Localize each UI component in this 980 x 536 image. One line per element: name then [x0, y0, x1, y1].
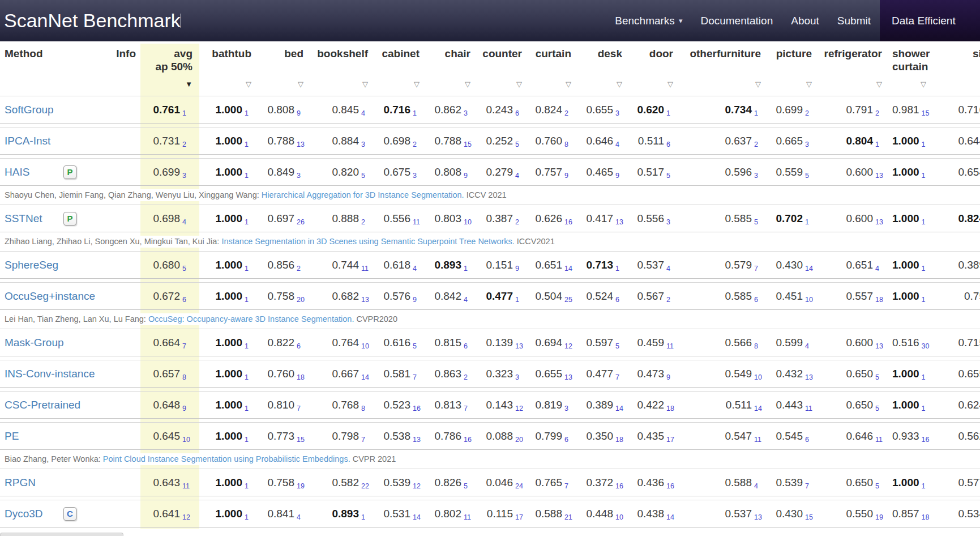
method-cell: SphereSeg: [0, 251, 61, 279]
paper-link[interactable]: Hierarchical Aggregation for 3D Instance…: [262, 190, 464, 199]
column-header-cabinet[interactable]: cabinet▽: [378, 45, 430, 92]
sortable-icon[interactable]: ▽: [246, 80, 251, 88]
sortable-icon[interactable]: ▽: [667, 80, 673, 88]
nav-item-submit[interactable]: Submit: [828, 0, 880, 41]
score-value: 1.000: [892, 166, 919, 178]
paper-link[interactable]: OccuSeg: Occupancy-aware 3D Instance Seg…: [148, 314, 354, 324]
table-row-dyco3d: Dyco3DC0.641121.00010.84140.89310.531140…: [0, 500, 980, 528]
score-rank: 16: [919, 436, 933, 444]
sortable-icon[interactable]: ▽: [921, 80, 926, 88]
score-rank: 7: [180, 342, 194, 350]
score-rank: 1: [242, 405, 256, 412]
sortable-icon[interactable]: ▽: [566, 80, 571, 88]
score-cell-curtain: 0.62616: [532, 205, 581, 232]
column-header-curtain[interactable]: curtain▽: [532, 45, 581, 92]
column-header-shower_curtain[interactable]: showercurtain▽: [892, 45, 936, 92]
score-value: 0.432: [776, 368, 803, 380]
column-label: desk: [581, 47, 622, 60]
column-header-bed[interactable]: bed▽: [262, 45, 314, 92]
method-link[interactable]: CSC-Pretrained: [5, 399, 80, 411]
sortable-icon[interactable]: ▽: [617, 80, 622, 88]
method-link[interactable]: Dyco3D: [5, 508, 43, 520]
score-rank: 12: [180, 513, 194, 521]
table-row-pe: PE0.645101.00010.773150.79870.538130.786…: [0, 422, 980, 450]
sortable-icon[interactable]: ▽: [755, 80, 761, 88]
score-value: 0.75: [964, 290, 980, 302]
method-link[interactable]: SSTNet: [5, 212, 42, 224]
method-link[interactable]: RPGN: [5, 477, 36, 488]
method-link[interactable]: INS-Conv-instance: [5, 368, 95, 380]
column-header-door[interactable]: door▽: [632, 45, 683, 92]
citation-venue: CVPR 2021: [353, 454, 396, 463]
score-rank: 2: [513, 218, 527, 226]
score-rank: 1: [919, 172, 933, 180]
method-link[interactable]: IPCA-Inst: [5, 135, 50, 147]
method-link[interactable]: HAIS: [5, 166, 29, 178]
score-rank: 1: [242, 172, 256, 180]
sortable-icon[interactable]: ▽: [876, 80, 882, 88]
column-header-picture[interactable]: picture▽: [771, 45, 822, 92]
score-rank: 1: [180, 109, 194, 117]
method-link[interactable]: Mask-Group: [5, 337, 64, 348]
sortable-icon[interactable]: ▽: [414, 80, 420, 88]
column-header-bathtub[interactable]: bathtub▽: [199, 45, 262, 92]
citation-row: Zhihao Liang, Zhihao Li, Songcen Xu, Min…: [0, 236, 980, 248]
sortable-icon[interactable]: ▽: [465, 80, 470, 88]
method-link[interactable]: OccuSeg+instance: [5, 290, 95, 302]
score-value: 0.813: [434, 399, 461, 411]
info-badge-p[interactable]: P: [63, 165, 76, 179]
column-header-avg[interactable]: avgap 50%▼: [140, 45, 199, 92]
column-header-counter[interactable]: counter▽: [481, 45, 532, 92]
column-header-otherfurniture[interactable]: otherfurniture▽: [683, 45, 771, 92]
score-value: 0.667: [332, 368, 359, 380]
sortable-icon[interactable]: ▽: [362, 80, 368, 88]
score-value: 0.243: [486, 104, 513, 116]
method-link[interactable]: SphereSeg: [5, 259, 58, 271]
score-rank: 1: [613, 265, 627, 273]
column-header-sink[interactable]: sink▽: [936, 45, 980, 92]
nav-item-data-efficient[interactable]: Data Efficient: [880, 0, 980, 41]
nav-item-benchmarks[interactable]: Benchmarks▾: [606, 0, 691, 41]
score-rank: 14: [562, 265, 576, 273]
paper-link[interactable]: Point Cloud Instance Segmentation using …: [103, 454, 350, 463]
score-cell-sink: 0.75: [936, 282, 980, 310]
score-value: 0.556: [383, 212, 410, 224]
score-cell-bed: 0.8089: [262, 96, 314, 124]
info-badge-p[interactable]: P: [63, 212, 76, 226]
score-cell-shower_curtain: 1.0001: [892, 251, 936, 279]
score-cell-avg: 0.64311: [140, 469, 199, 496]
score-value: 0.550: [846, 508, 873, 520]
column-header-desk[interactable]: desk▽: [581, 45, 632, 92]
score-rank: 1: [242, 109, 256, 117]
paper-link[interactable]: Instance Segmentation in 3D Scenes using…: [221, 237, 514, 246]
column-header-refrigerator[interactable]: refrigerator▽: [822, 45, 892, 92]
info-badge-c[interactable]: C: [63, 507, 76, 521]
score-rank: 1: [461, 265, 475, 273]
sortable-icon[interactable]: ▽: [298, 80, 303, 88]
sortable-icon[interactable]: ▽: [806, 80, 812, 88]
sortable-icon[interactable]: ▽: [516, 80, 522, 88]
partial-next-row: [0, 533, 123, 536]
column-header-chair[interactable]: chair▽: [430, 45, 481, 92]
score-rank: 11: [180, 482, 194, 490]
score-value: 0.372: [586, 477, 613, 488]
column-label: counter: [481, 47, 522, 60]
score-value: 0.534: [958, 508, 980, 520]
score-value: 0.842: [434, 290, 461, 302]
nav-item-documentation[interactable]: Documentation: [691, 0, 782, 41]
sort-desc-icon[interactable]: ▼: [185, 80, 192, 88]
method-link[interactable]: SoftGroup: [5, 104, 54, 116]
score-rank: 5: [873, 405, 887, 412]
column-header-bookshelf[interactable]: bookshelf▽: [314, 45, 378, 92]
score-value: 1.000: [215, 166, 242, 178]
score-rank: 7: [359, 436, 373, 444]
method-link[interactable]: PE: [5, 430, 19, 442]
score-cell-door: 0.5672: [632, 282, 683, 310]
score-rank: 1: [919, 141, 933, 148]
score-value: 0.579: [725, 259, 752, 271]
score-value: 0.665: [776, 135, 803, 147]
score-cell-picture: 0.45110: [771, 282, 822, 310]
score-rank: 11: [359, 265, 373, 273]
nav-item-about[interactable]: About: [782, 0, 828, 41]
score-cell-otherfurniture: 0.5856: [683, 282, 771, 310]
